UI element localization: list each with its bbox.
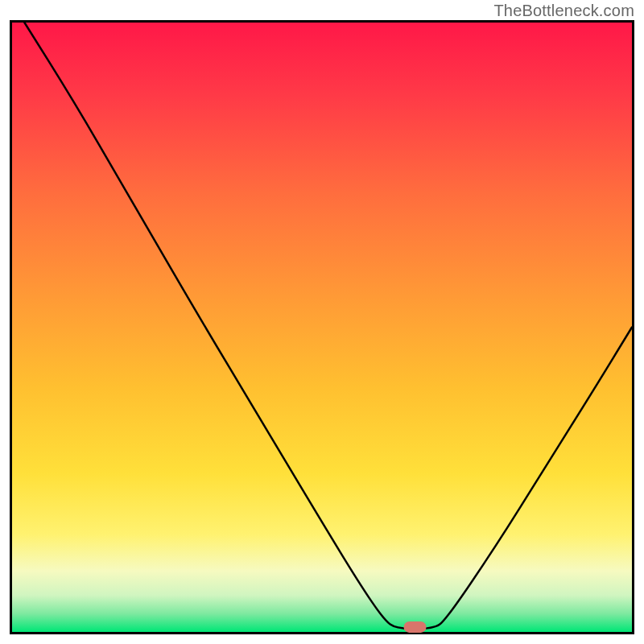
optimal-marker [404, 621, 427, 633]
chart-background [12, 23, 632, 632]
chart-svg [10, 20, 634, 634]
bottleneck-chart [10, 20, 634, 634]
attribution-text: TheBottleneck.com [493, 2, 634, 20]
